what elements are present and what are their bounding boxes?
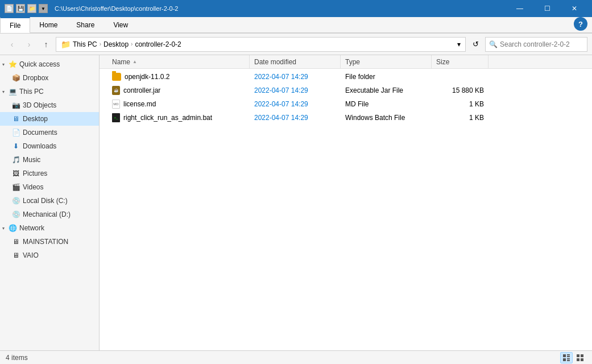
- svg-rect-0: [563, 354, 566, 357]
- sidebar-item-downloads[interactable]: ⬇ Downloads: [0, 139, 99, 153]
- tab-file[interactable]: File: [0, 17, 30, 33]
- close-button[interactable]: ✕: [561, 0, 587, 17]
- search-input[interactable]: [500, 40, 583, 48]
- sidebar-item-music[interactable]: 🎵 Music: [0, 153, 99, 167]
- path-part-desktop[interactable]: Desktop: [104, 40, 129, 48]
- dropdown-icon[interactable]: ▼: [39, 4, 48, 13]
- table-row[interactable]: >_ right_click_run_as_admin.bat 2022-04-…: [100, 111, 592, 125]
- col-size-label: Size: [436, 58, 449, 66]
- tab-home[interactable]: Home: [30, 17, 67, 32]
- maximize-button[interactable]: ☐: [534, 0, 560, 17]
- sidebar-item-local-disk-c[interactable]: 💿 Local Disk (C:): [0, 194, 99, 208]
- file-cell-name-bat: >_ right_click_run_as_admin.bat: [107, 111, 250, 125]
- save-icon: 💾: [16, 4, 25, 13]
- path-dropdown-icon[interactable]: ▾: [457, 40, 461, 48]
- svg-rect-6: [577, 354, 579, 357]
- music-icon: 🎵: [11, 155, 20, 164]
- col-header-name[interactable]: Name: [107, 55, 250, 68]
- title-bar: 📄 💾 📁 ▼ C:\Users\Christoffer\Desktop\con…: [0, 0, 592, 17]
- file-cell-size-jar: 15 880 KB: [432, 84, 488, 97]
- size-bat: 1 KB: [469, 114, 484, 122]
- file-cell-size-openjdk: [432, 70, 488, 84]
- tab-view[interactable]: View: [104, 17, 138, 32]
- file-name-jar: controller.jar: [123, 86, 160, 94]
- file-name-bat: right_click_run_as_admin.bat: [123, 114, 212, 122]
- table-row[interactable]: openjdk-11.0.2 2022-04-07 14:29 File fol…: [100, 70, 592, 84]
- sidebar-item-quick-access[interactable]: ▾ ⭐ Quick access: [0, 57, 99, 71]
- sidebar-label-network: Network: [19, 224, 44, 232]
- svg-rect-5: [567, 360, 570, 361]
- sidebar-item-network[interactable]: ▾ 🌐 Network: [0, 221, 99, 235]
- pictures-icon: 🖼: [11, 169, 20, 178]
- sidebar-label-music: Music: [23, 156, 40, 164]
- type-md: MD File: [345, 100, 369, 108]
- chevron-network: ▾: [2, 226, 5, 231]
- sidebar-item-mainstation[interactable]: 🖥 MAINSTATION: [0, 235, 99, 249]
- sidebar-item-mechanical-d[interactable]: 💿 Mechanical (D:): [0, 208, 99, 221]
- view-tiles-button[interactable]: [574, 352, 586, 363]
- details-view-icon: [562, 354, 570, 362]
- sidebar-label-mechanical-d: Mechanical (D:): [23, 210, 71, 218]
- path-part-thispc[interactable]: This PC: [73, 40, 97, 48]
- title-bar-app-icons: 📄 💾 📁 ▼: [5, 4, 48, 13]
- mainstation-icon: 🖥: [11, 237, 20, 246]
- file-cell-size-md: 1 KB: [432, 97, 488, 111]
- col-header-date[interactable]: Date modified: [250, 55, 341, 68]
- file-area: Name Date modified Type Size openjdk-11.…: [100, 55, 592, 350]
- vaio-icon: 🖥: [11, 251, 20, 260]
- col-header-size[interactable]: Size: [432, 55, 488, 68]
- svg-rect-7: [581, 354, 583, 357]
- quick-access-icon: ⭐: [8, 60, 17, 69]
- type-jar: Executable Jar File: [345, 86, 403, 94]
- sidebar-item-this-pc[interactable]: ▾ 💻 This PC: [0, 85, 99, 98]
- date-bat: 2022-04-07 14:29: [254, 114, 308, 122]
- jar-icon: ☕: [112, 86, 120, 95]
- refresh-button[interactable]: ↺: [468, 37, 483, 52]
- sidebar-label-videos: Videos: [23, 183, 43, 191]
- sidebar-label-documents: Documents: [23, 129, 57, 136]
- sidebar-label-3d-objects: 3D Objects: [23, 101, 56, 109]
- sidebar-item-documents[interactable]: 📄 Documents: [0, 126, 99, 139]
- tab-share[interactable]: Share: [67, 17, 104, 32]
- sidebar-label-mainstation: MAINSTATION: [23, 238, 68, 246]
- date-jar: 2022-04-07 14:29: [254, 86, 308, 94]
- col-header-type[interactable]: Type: [341, 55, 432, 68]
- videos-icon: 🎬: [11, 183, 20, 192]
- item-count: 4 items: [6, 354, 28, 362]
- path-arrow-2: ›: [131, 41, 133, 47]
- sidebar-item-desktop[interactable]: 🖥 Desktop: [0, 112, 99, 126]
- path-part-folder[interactable]: controller-2-0-2: [135, 40, 181, 48]
- this-pc-icon: 💻: [8, 87, 17, 96]
- sidebar-item-dropbox[interactable]: 📦 Dropbox: [0, 71, 99, 85]
- status-bar: 4 items: [0, 350, 592, 364]
- svg-rect-4: [567, 356, 570, 357]
- view-details-button[interactable]: [560, 352, 573, 363]
- svg-rect-9: [581, 358, 583, 361]
- file-cell-type-md: MD File: [341, 97, 432, 111]
- size-jar: 15 880 KB: [452, 86, 484, 94]
- type-bat: Windows Batch File: [345, 114, 405, 122]
- svg-rect-1: [567, 354, 570, 355]
- file-cell-date-md: 2022-04-07 14:29: [250, 97, 341, 111]
- sidebar-item-pictures[interactable]: 🖼 Pictures: [0, 167, 99, 180]
- minimize-button[interactable]: —: [507, 0, 533, 17]
- sidebar-item-3d-objects[interactable]: 📷 3D Objects: [0, 98, 99, 112]
- back-button[interactable]: ‹: [5, 37, 19, 52]
- up-button[interactable]: ↑: [39, 37, 53, 52]
- help-button[interactable]: ?: [574, 17, 587, 31]
- sidebar-item-videos[interactable]: 🎬 Videos: [0, 180, 99, 194]
- forward-button[interactable]: ›: [22, 37, 36, 52]
- md-icon: MD: [112, 100, 120, 109]
- sidebar-label-vaio: VAIO: [23, 251, 39, 259]
- sidebar-item-vaio[interactable]: 🖥 VAIO: [0, 249, 99, 262]
- file-cell-date-openjdk: 2022-04-07 14:29: [250, 70, 341, 84]
- search-icon: 🔍: [489, 40, 498, 48]
- file-cell-type-openjdk: File folder: [341, 70, 432, 84]
- downloads-icon: ⬇: [11, 142, 20, 151]
- table-row[interactable]: MD license.md 2022-04-07 14:29 MD File 1…: [100, 97, 592, 111]
- sidebar-label-local-disk-c: Local Disk (C:): [23, 197, 68, 205]
- table-row[interactable]: ☕ controller.jar 2022-04-07 14:29 Execut…: [100, 84, 592, 97]
- address-path[interactable]: 📁 This PC › Desktop › controller-2-0-2 ▾: [56, 37, 466, 52]
- svg-rect-2: [563, 358, 566, 361]
- search-box[interactable]: 🔍: [485, 37, 587, 52]
